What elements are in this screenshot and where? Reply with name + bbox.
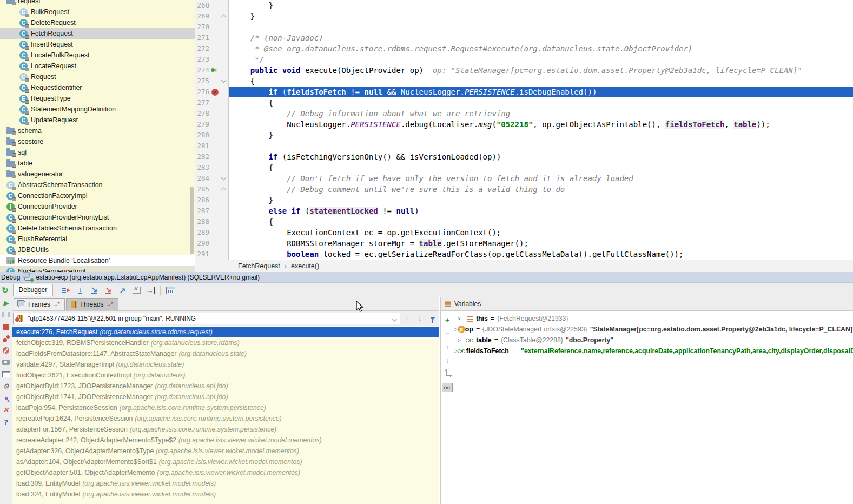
code-text[interactable]: */ [229,54,853,65]
fold-marker[interactable] [220,54,227,65]
tree-item[interactable]: CDeleteTablesSchemaTransaction [0,223,195,234]
line-number[interactable]: 269 [195,11,209,22]
gutter-icon-slot[interactable] [209,43,220,54]
code-editor[interactable]: 268 }269 }270271 /* (non-Javadoc)272 * @… [195,0,853,260]
gutter-icon-slot[interactable] [209,108,220,119]
gutter-icon-slot[interactable] [209,141,220,151]
fold-marker[interactable] [220,87,227,97]
gutter[interactable]: 283 [195,162,229,173]
line-number[interactable]: 281 [195,141,209,151]
gutter[interactable]: 280 [195,130,229,141]
gutter-icon-slot[interactable] [209,11,220,22]
variable-row[interactable]: >fieldsToFetch="externalReference,name,r… [454,346,853,356]
fold-marker[interactable] [220,141,227,151]
gutter-icon-slot[interactable] [209,0,220,11]
gutter[interactable]: 285 [195,184,229,195]
tree-item[interactable]: CRequestIdentifier [0,82,195,93]
tree-item[interactable]: CNucleusSequenceImpl [0,266,195,272]
run-to-cursor-button[interactable]: → [143,284,157,296]
gutter-icon-slot[interactable]: ↑ [209,65,220,76]
help-button[interactable]: ? [0,416,12,428]
gutter[interactable]: 288 [195,216,229,227]
code-text[interactable]: } [229,11,853,22]
tree-scrollbar[interactable] [190,187,194,254]
fold-marker[interactable] [220,32,227,43]
code-text[interactable]: } [229,130,853,141]
gutter[interactable]: 278 [195,108,229,119]
force-step-into-button[interactable]: ↘ [101,284,115,296]
code-text[interactable]: if (fieldsToFetch != null && NucleusLogg… [229,87,853,97]
fold-marker[interactable] [220,0,227,11]
tree-item[interactable]: CInsertRequest [0,39,195,50]
line-number[interactable]: 272 [195,43,209,54]
tree-item[interactable]: valuegenerator [0,169,195,180]
code-text[interactable]: ExecutionContext ec = op.getExecutionCon… [229,227,853,238]
step-over-button[interactable]: ↓ [73,284,87,296]
code-text[interactable]: // Debug information about what we are r… [229,108,853,119]
gutter-icon-slot[interactable] [209,32,220,43]
thread-dump-button[interactable] [0,356,12,368]
remove-watch-button[interactable]: − [445,327,449,340]
tree-item[interactable]: request [0,0,195,6]
tree-item[interactable]: CStatementMappingDefinition [0,104,195,115]
line-number[interactable]: 288 [195,216,209,227]
tree-item[interactable]: CFetchRequest [0,28,195,39]
gutter[interactable]: 281 [195,141,229,151]
gutter-icon-slot[interactable]: ✔ [209,87,220,97]
stack-frame[interactable]: getObjectAdapter:501, ObjectAdapterMemen… [12,467,439,478]
line-number[interactable]: 274 [195,65,209,76]
gutter-icon-slot[interactable] [209,76,220,87]
line-number[interactable]: 287 [195,205,209,216]
gutter-icon-slot[interactable] [209,195,220,205]
settings-button[interactable]: ⚙ [0,380,12,392]
fold-marker[interactable] [220,76,227,87]
fold-marker[interactable] [220,216,227,227]
fold-marker[interactable] [220,238,227,249]
gutter-icon-slot[interactable] [209,249,220,260]
gutter-icon-slot[interactable] [209,184,220,195]
gutter[interactable]: 272 [195,43,229,54]
gutter[interactable]: 286 [195,195,229,205]
gutter[interactable]: 268 [195,0,229,11]
tree-item[interactable]: Resource Bundle 'Localisation' [0,255,195,266]
line-number[interactable]: 289 [195,227,209,238]
tree-item[interactable]: CUpdateRequest [0,115,195,125]
gutter[interactable]: 287 [195,205,229,216]
fold-marker[interactable] [220,43,227,54]
close-button[interactable]: ✕ [0,404,12,416]
tree-item[interactable]: scostore [0,136,195,147]
fold-marker[interactable] [220,173,227,184]
fold-marker[interactable] [220,11,227,22]
code-text[interactable]: { [229,162,853,173]
gutter-icon-slot[interactable] [209,119,220,130]
resume-button[interactable]: ▶ [0,297,12,309]
line-number[interactable]: 285 [195,184,209,195]
code-text[interactable]: { [229,76,853,87]
stop-button[interactable] [0,321,12,333]
gutter-icon-slot[interactable] [209,54,220,65]
stack-frame[interactable]: loadFieldsFromDatastore:1147, AbstractSt… [12,348,439,359]
move-watch-down-button[interactable]: ↓ [446,354,449,367]
line-number[interactable]: 284 [195,173,209,184]
code-text[interactable] [229,22,853,32]
show-execution-point-button[interactable] [59,284,73,296]
add-watch-button[interactable]: + [445,313,449,327]
stack-frame[interactable]: load:324, EntityModel(org.apache.isis.vi… [12,489,439,500]
stack-frame[interactable]: load:309, EntityModel(org.apache.isis.vi… [12,478,439,489]
fold-marker[interactable] [220,184,227,195]
restore-layout-button[interactable] [0,368,12,380]
code-text[interactable]: } [229,0,853,11]
tree-item[interactable]: CLocateRequest [0,61,195,71]
gutter[interactable]: 290 [195,238,229,249]
fold-marker[interactable] [220,119,227,130]
gutter[interactable]: 269 [195,11,229,22]
fold-marker[interactable] [220,195,227,205]
breadcrumb-class[interactable]: FetchRequest [238,262,280,270]
tree-item[interactable]: CAbstractSchemaTransaction [0,180,195,190]
gutter-icon-slot[interactable] [209,162,220,173]
step-out-button[interactable]: ↗ [115,284,129,296]
gutter-icon-slot[interactable] [209,216,220,227]
gutter-icon-slot[interactable] [209,205,220,216]
gutter-icon-slot[interactable] [209,227,220,238]
pin-button[interactable] [0,392,12,404]
